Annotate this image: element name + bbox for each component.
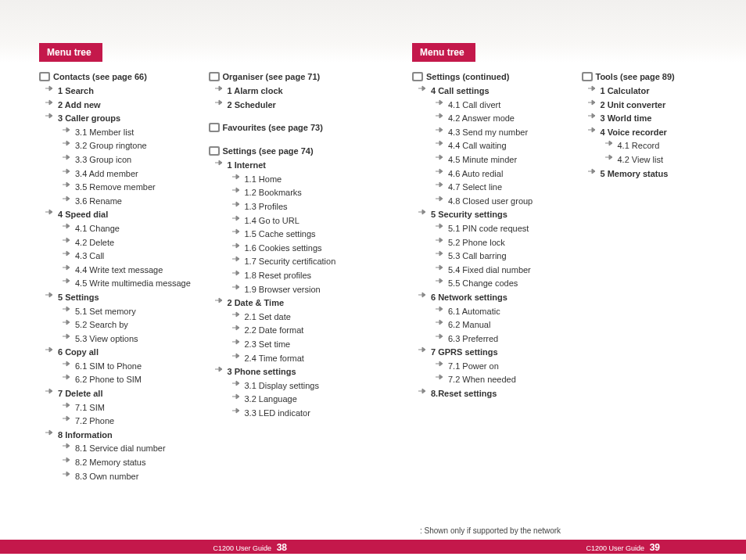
arrow-icon — [63, 373, 72, 380]
item-label: 3.4 Add member — [75, 167, 138, 181]
menu-item: 7 GPRS settings — [412, 346, 568, 360]
item-label: 2.4 Time format — [245, 352, 304, 366]
arrow-icon — [63, 401, 72, 408]
footer-bar — [0, 540, 373, 554]
submenu-item: 6.1 Automatic — [412, 305, 568, 319]
submenu-item: 5.4 Fixed dial number — [412, 264, 568, 278]
arrow-icon — [63, 415, 72, 422]
arrow-icon — [436, 236, 445, 243]
arrow-icon — [45, 346, 55, 353]
item-label: 1.6 Cookies settings — [245, 242, 322, 256]
item-label: 5.2 Phone lock — [448, 236, 505, 250]
arrow-icon — [215, 84, 224, 92]
submenu-item: 4.5 Minute minder — [412, 153, 568, 167]
section-heading: Organiser (see page 71) — [209, 72, 364, 81]
item-label: 3.6 Rename — [75, 195, 122, 209]
arrow-icon — [605, 139, 615, 146]
item-label: 4 Voice recorder — [601, 126, 667, 140]
submenu-item: 5.1 Set memory — [39, 305, 195, 319]
item-label: 2 Add new — [58, 99, 101, 113]
menu-item: 5 Security settings — [412, 208, 568, 222]
item-label: 1.4 Go to URL — [245, 214, 299, 228]
arrow-icon — [436, 181, 445, 188]
arrow-icon — [63, 126, 72, 133]
item-label: 2 Scheduler — [228, 99, 276, 113]
arrow-icon — [232, 324, 242, 331]
item-label: 3 World time — [601, 112, 652, 126]
menu-item: 3 Phone settings — [209, 365, 364, 379]
submenu-item: 5.3 Call barring — [412, 249, 568, 264]
submenu-item: 3.1 Display settings — [209, 379, 364, 393]
menu-item: 1 Search — [39, 84, 195, 99]
submenu-item: 1.7 Security certification — [209, 255, 364, 269]
arrow-icon — [63, 222, 72, 229]
arrow-icon — [232, 228, 242, 235]
arrow-icon — [45, 429, 55, 436]
category-icon — [412, 72, 423, 81]
submenu-item: 8.3 Own number — [39, 470, 195, 484]
item-label: 5.3 View options — [75, 332, 138, 346]
arrow-icon — [436, 139, 445, 146]
submenu-item: 4.1 Record — [582, 139, 737, 153]
arrow-icon — [232, 393, 242, 400]
submenu-item: 3.4 Add member — [39, 167, 195, 181]
submenu-item: 8.1 Service dial number — [39, 442, 195, 456]
item-label: 3.1 Member list — [75, 126, 134, 140]
menu-item: 1 Calculator — [582, 84, 737, 99]
menu-item: 6 Copy all — [39, 346, 195, 360]
item-label: 8.Reset settings — [431, 387, 497, 401]
arrow-icon — [418, 208, 428, 215]
submenu-item: 6.3 Preferred — [412, 332, 568, 346]
page-spread: Menu tree Contacts (see page 66)1 Search… — [0, 0, 746, 560]
arrow-icon — [45, 84, 55, 92]
item-label: 3.5 Remove member — [75, 181, 156, 195]
footer-label: C1200 User Guide — [586, 544, 644, 552]
arrow-icon — [63, 264, 72, 271]
arrow-icon — [605, 153, 615, 160]
item-label: 3 Phone settings — [228, 365, 296, 379]
item-label: 7 GPRS settings — [431, 346, 498, 360]
section-label: Settings (see page 74) — [223, 146, 314, 156]
submenu-item: 4.4 Write text message — [39, 264, 195, 278]
item-label: 1.5 Cache settings — [245, 228, 316, 242]
menu-item: 8 Information — [39, 429, 195, 443]
item-label: 1.9 Browser version — [245, 283, 321, 297]
item-label: 1 Alarm clock — [228, 84, 283, 99]
item-label: 2 Unit converter — [601, 99, 666, 113]
submenu-item: 6.2 Manual — [412, 318, 568, 332]
section-label: Tools (see page 89) — [596, 72, 675, 81]
columns: Contacts (see page 66)1 Search2 Add new3… — [39, 72, 364, 537]
submenu-item: 4.6 Auto redial — [412, 167, 568, 181]
arrow-icon — [588, 112, 597, 119]
submenu-item: 1.1 Home — [209, 173, 364, 187]
item-label: 5.2 Search by — [75, 318, 128, 332]
arrow-icon — [436, 373, 445, 380]
submenu-item: 1.9 Browser version — [209, 283, 364, 297]
category-icon — [39, 72, 50, 81]
arrow-icon — [63, 249, 72, 257]
item-label: 5.4 Fixed dial number — [448, 264, 531, 278]
arrow-icon — [45, 291, 55, 298]
arrow-icon — [63, 236, 72, 243]
category-icon — [209, 146, 220, 156]
column: Tools (see page 89)1 Calculator2 Unit co… — [582, 72, 737, 537]
menu-item: 4 Speed dial — [39, 208, 195, 222]
submenu-item: 2.1 Set date — [209, 311, 364, 325]
item-label: 4.5 Minute minder — [448, 153, 517, 167]
item-label: 4.2 Delete — [75, 236, 114, 250]
submenu-item: 6.1 SIM to Phone — [39, 360, 195, 374]
section-heading: Contacts (see page 66) — [39, 72, 195, 81]
submenu-item: 5.2 Phone lock — [412, 236, 568, 250]
item-label: 1 Internet — [228, 159, 267, 173]
arrow-icon — [436, 99, 445, 106]
arrow-icon — [232, 214, 242, 221]
item-label: 2 Date & Time — [228, 296, 285, 311]
arrow-icon — [63, 139, 72, 146]
arrow-icon — [63, 318, 72, 325]
arrow-icon — [232, 269, 242, 276]
arrow-icon — [63, 153, 72, 160]
item-label: 4.8 Closed user group — [448, 195, 533, 209]
section-label: Settings (continued) — [426, 72, 509, 81]
item-label: 5.3 Call barring — [448, 249, 507, 264]
item-label: 1.1 Home — [245, 173, 282, 187]
